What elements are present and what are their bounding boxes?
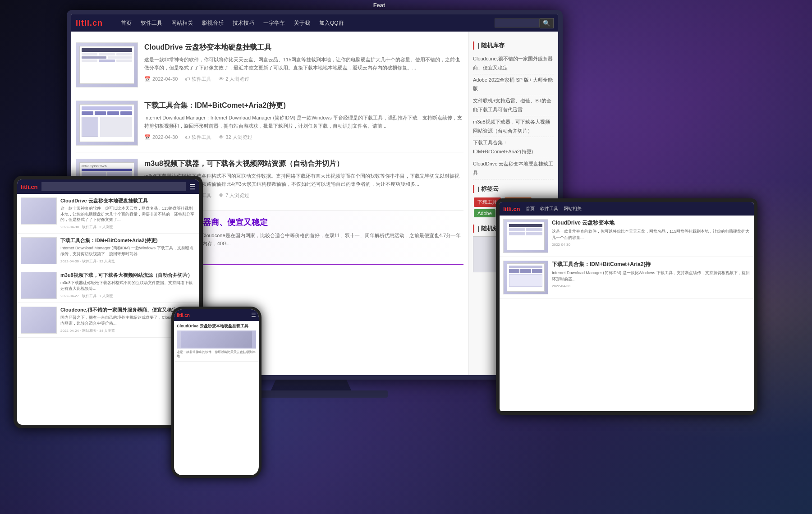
phone-menu-icon[interactable]: ☰ bbox=[251, 312, 256, 318]
meta-category-1: 🏷 软件工具 bbox=[185, 76, 211, 83]
tablet-right-excerpt-1: 这是一款非常神奇的软件，你可以将你比本天天云盘，网盘名品，115网盘等挂载到本地… bbox=[552, 229, 750, 241]
tablet-meta-1: 2022-04-30 · 软件工具 · 2 人浏览 bbox=[60, 225, 196, 229]
tablet-thumb-4 bbox=[21, 307, 57, 334]
article-title-3[interactable]: m3u8视频下载器，可下载各大视频网站资源（自动合并切片） bbox=[144, 159, 463, 169]
article-card-2: 下载工具合集：IDM+BitComet+Aria2(持更) Internet D… bbox=[76, 94, 463, 152]
article-meta-1: 📅 2022-04-30 🏷 软件工具 👁 2 人浏览过 bbox=[144, 76, 463, 83]
meta-date-2: 📅 2022-04-30 bbox=[144, 134, 178, 141]
tablet-title-1[interactable]: CloudDrive 云盘秒变本地硬盘挂载工具 bbox=[60, 197, 196, 204]
sidebar-link-5[interactable]: 下载工具合集：IDM+BitComet+Aria2(持更) bbox=[473, 137, 554, 158]
sidebar-link-4[interactable]: m3u8视频下载器，可下载各大视频网站资源（台动合并切片） bbox=[473, 116, 554, 138]
tablet-right-meta-1: 2022-04-30 bbox=[552, 243, 750, 247]
thumb-mock-2 bbox=[79, 104, 134, 142]
meta-category-2: 🏷 软件工具 bbox=[185, 134, 211, 141]
search-input[interactable] bbox=[495, 18, 540, 28]
tablet-thumb-1 bbox=[21, 197, 57, 225]
sidebar-tag-title: | 标签云 bbox=[473, 185, 554, 193]
tablet-meta-2: 2022-04-30 · 软件工具 · 32 人浏览 bbox=[60, 259, 196, 264]
thumb-mock bbox=[79, 46, 134, 83]
nav-item-qq[interactable]: 加入QQ群 bbox=[319, 19, 344, 27]
article-card-1: CloudDrive 云盘秒变本地硬盘挂载工具 这是一款非常神奇的软件，你可以将… bbox=[76, 36, 463, 94]
thumb-cell bbox=[108, 56, 133, 59]
thumb-row bbox=[82, 53, 132, 55]
nav-item-software[interactable]: 软件工具 bbox=[141, 19, 162, 27]
tablet-article-info-2: 下载工具合集：IDM+BitComet+Aria2(持更) Internet D… bbox=[60, 237, 196, 264]
tablet-left-nav: litli.cn ☰ bbox=[17, 179, 199, 194]
phone-logo[interactable]: litli.cn bbox=[177, 313, 190, 318]
meta-views-2: 👁 32 人浏览过 bbox=[219, 134, 252, 141]
meta-views-1: 👁 2 人浏览过 bbox=[219, 76, 249, 83]
tablet-left-logo[interactable]: litli.cn bbox=[21, 184, 38, 190]
article-title-1[interactable]: CloudDrive 云盘秒变本地硬盘挂载工具 bbox=[144, 42, 463, 52]
nav-item-about[interactable]: 关于我 bbox=[294, 19, 310, 27]
article-title-2[interactable]: 下载工具合集：IDM+BitComet+Aria2(持更) bbox=[144, 101, 463, 110]
site-logo[interactable]: litli.cn bbox=[76, 18, 112, 28]
article-excerpt-2: Internet Download Manager：Internet Downl… bbox=[144, 114, 463, 130]
tablet-thumb-2 bbox=[21, 237, 57, 264]
tablet-article-info-1: CloudDrive 云盘秒变本地硬盘挂载工具 这一款非常神奇的软件，你可以比本… bbox=[60, 197, 196, 229]
tablet-right-nav-home[interactable]: 首页 bbox=[526, 206, 535, 212]
feat-label: Feat bbox=[362, 0, 396, 10]
phone-article-title-1[interactable]: CloudDrive 云盘秒变本地硬盘挂载工具 bbox=[177, 324, 256, 329]
thumb-cell bbox=[116, 53, 132, 55]
thumb-cell bbox=[82, 56, 106, 59]
meta-date-1: 📅 2022-04-30 bbox=[144, 76, 178, 83]
sidebar-link-3[interactable]: 文件联机+支持迅雷、磁链、BT的全能下载工具可替代迅雷 bbox=[473, 95, 554, 116]
tablet-excerpt-2: Internet Download Manager (简称IDM) 一款Wind… bbox=[60, 245, 196, 257]
tablet-right-logo[interactable]: litli.cn bbox=[503, 206, 520, 212]
nav-item-study[interactable]: 一字学车 bbox=[263, 19, 285, 27]
sidebar-random-title: | 随机库存 bbox=[473, 41, 554, 50]
tablet-menu-icon[interactable]: ☰ bbox=[189, 183, 196, 191]
tablet-right-info-2: 下载工具合集：IDM+BitComet+Aria2(持 Internet Dow… bbox=[552, 261, 750, 294]
tablet-right-nav-software[interactable]: 软件工具 bbox=[540, 206, 558, 212]
sidebar-link-1[interactable]: Cloudcone,很不错的一家国外服务器商、便宜又稳定 bbox=[473, 53, 554, 74]
phone-nav: litli.cn ☰ bbox=[174, 309, 259, 321]
feat-text: Feat bbox=[373, 2, 385, 9]
thumb-cell bbox=[95, 111, 106, 115]
sidebar-link-2[interactable]: Adobe 2022全家桶 SP 版+ 大师全能版 bbox=[473, 74, 554, 96]
tablet-right-nav: litli.cn 首页 软件工具 网站相关 bbox=[500, 202, 754, 216]
article-thumb-1 bbox=[76, 42, 138, 87]
tag-adobe[interactable]: Adobe bbox=[474, 209, 495, 217]
thumb-cell bbox=[82, 60, 97, 62]
tablet-right-excerpt-2: Internet Download Manager (简称IDM) 是一款比Wi… bbox=[552, 270, 750, 282]
thumb-bar-2 bbox=[82, 106, 132, 110]
thumb-cell bbox=[120, 111, 132, 115]
thumb-cell bbox=[82, 53, 97, 55]
sidebar-link-6[interactable]: CloudDrive 云盘秒变本地硬盘挂载工具 bbox=[473, 158, 554, 179]
tablet-meta-3: 2022-04-27 · 软件工具 · 7 人浏览 bbox=[60, 294, 196, 298]
article-excerpt-1: 这是一款非常神奇的软件，你可以将你比天天云盘、网盘云品、115网盘等挂载到本地，… bbox=[144, 56, 463, 72]
tablet-right-article-2: 下载工具合集：IDM+BitComet+Aria2(持 Internet Dow… bbox=[500, 257, 754, 298]
tablet-search-input[interactable] bbox=[41, 182, 186, 191]
tablet-title-3[interactable]: m3u8视频下载，可下载各大视频网站流源（自动合并切片） bbox=[60, 272, 196, 278]
tablet-article-info-3: m3u8视频下载，可下载各大视频网站流源（自动合并切片） m3u8下载器让你轻松… bbox=[60, 272, 196, 299]
nav-item-website[interactable]: 网站相关 bbox=[171, 19, 193, 27]
article-meta-2: 📅 2022-04-30 🏷 软件工具 👁 32 人浏览过 bbox=[144, 134, 463, 141]
thumb-row bbox=[82, 60, 132, 62]
thumb-cell bbox=[107, 111, 119, 115]
tablet-right-title-2[interactable]: 下载工具合集：IDM+BitComet+Aria2(持 bbox=[552, 261, 750, 268]
tablet-right-thumb-1 bbox=[503, 219, 548, 253]
tablet-article-2: 下载工具合集：IDM+BitComet+Aria2(持更) Internet D… bbox=[17, 234, 199, 268]
tablet-right-title-1[interactable]: CloudDrive 云盘秒变本地 bbox=[552, 219, 750, 227]
article-thumb-2 bbox=[76, 101, 138, 146]
thumb-inner bbox=[76, 43, 138, 87]
article-info-2: 下载工具合集：IDM+BitComet+Aria2(持更) Internet D… bbox=[144, 101, 463, 146]
tablet-excerpt-1: 这一款非常神奇的软件，你可以比本天云盘，网盘名品，113路盘等挂载到本地，让你的… bbox=[60, 206, 196, 223]
tablet-excerpt-3: m3u8下载器让你轻松下载各种格式不同的互联动文件数据。支持网络下载还有直大比视… bbox=[60, 280, 196, 291]
thumb-cell bbox=[82, 111, 93, 115]
tablet-title-2[interactable]: 下载工具合集：IDM+BitComet+Aria2(持更) bbox=[60, 237, 196, 243]
nav-item-media[interactable]: 影视音乐 bbox=[202, 19, 224, 27]
nav-bar: litli.cn 首页 软件工具 网站相关 影视音乐 技术技巧 一字学车 关于我… bbox=[71, 14, 558, 32]
search-form: 🔍 bbox=[495, 18, 554, 28]
phone-article-1: CloudDrive 云盘秒变本地硬盘挂载工具 这是一款非常神奇的软件，你可以将… bbox=[174, 321, 259, 362]
thumb-cell bbox=[99, 53, 115, 55]
search-button[interactable]: 🔍 bbox=[540, 18, 554, 28]
tablet-thumb-3 bbox=[21, 272, 57, 299]
thumb-row bbox=[82, 56, 132, 59]
thumb-inner-2 bbox=[76, 101, 138, 145]
nav-item-home[interactable]: 首页 bbox=[121, 19, 132, 27]
tablet-right-nav-website[interactable]: 网站相关 bbox=[564, 206, 582, 212]
nav-item-tech[interactable]: 技术技巧 bbox=[233, 19, 254, 27]
phone-article-image bbox=[177, 330, 256, 349]
